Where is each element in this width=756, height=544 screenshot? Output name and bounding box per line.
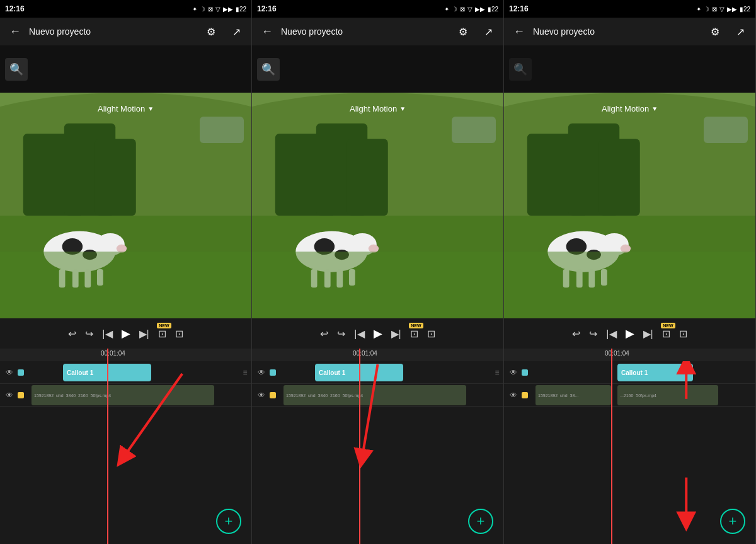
playhead-line-2 <box>359 361 360 544</box>
playhead-line-1 <box>107 361 108 544</box>
timeline-area-3: ↩ ↪ |◀ ▶ ▶| ⊡ NEW ⊡ 00:01:04 👁 <box>504 318 755 544</box>
back-button-3[interactable]: ← <box>510 23 528 40</box>
signal-bars: ▶▶ <box>223 6 233 13</box>
add-layer-button-2[interactable]: + <box>468 509 493 534</box>
video-clip-seg2-label-3: ...2160_50fps.mp4 <box>617 393 659 398</box>
alight-motion-text-3: Alight Motion <box>602 104 649 113</box>
skip-fwd-button-1[interactable]: ▶| <box>139 328 149 340</box>
track-visibility-video-1[interactable]: 👁 <box>4 390 15 401</box>
track-menu-callout-2[interactable]: ≡ <box>491 368 503 377</box>
track-content-video-3: 15921892_uhd_38... ...2160_50fps.mp4 <box>536 384 755 406</box>
export-button-2[interactable]: ↗ <box>479 23 497 40</box>
project-title-3: Nuevo proyecto <box>533 26 595 37</box>
back-button-1[interactable]: ← <box>6 23 24 40</box>
panel-3: 12:16 ✦ ☽ ⊠ ▽ ▶▶ ▮22 ← Nuevo proyecto ⚙ … <box>504 0 756 544</box>
zoom-icon-2: 🔍 <box>261 62 275 76</box>
wifi-icon: ▽ <box>215 6 220 13</box>
new-badge-1: NEW <box>157 323 171 328</box>
export-icon-2: ↗ <box>484 26 493 38</box>
zoom-icon-1: 🔍 <box>9 62 23 76</box>
track-content-callout-2: Callout 1 <box>284 361 491 383</box>
status-bar-1: 12:16 ✦ ☽ ⊠ ▽ ▶▶ ▮22 <box>0 0 251 18</box>
export-icon-3: ↗ <box>736 26 745 38</box>
export-button-3[interactable]: ↗ <box>731 23 749 40</box>
track-menu-callout-1[interactable]: ≡ <box>239 368 251 377</box>
zoom-button-2[interactable]: 🔍 <box>257 58 280 81</box>
crop-button2-1[interactable]: ⊡ <box>175 328 183 340</box>
status-bar-2: 12:16 ✦ ☽ ⊠ ▽ ▶▶ ▮22 <box>252 0 503 18</box>
playback-controls-2: ↩ ↪ |◀ ▶ ▶| ⊡ NEW ⊡ <box>252 318 503 349</box>
video-clip-seg1-3[interactable]: 15921892_uhd_38... <box>536 385 611 405</box>
track-dot-video-2 <box>270 392 276 398</box>
redo-button-2[interactable]: ↪ <box>337 328 345 340</box>
crop-button2-2[interactable]: ⊡ <box>427 328 435 340</box>
gear-icon-1: ⚙ <box>207 26 215 38</box>
preview-area-2: 🔍 <box>252 45 503 93</box>
track-visibility-callout-3[interactable]: 👁 <box>508 367 519 378</box>
signal-icon-3: ⊠ <box>712 6 717 13</box>
video-clip-seg2-3[interactable]: ...2160_50fps.mp4 <box>617 385 718 405</box>
signal-icon-2: ⊠ <box>460 6 465 13</box>
zoom-icon-3: 🔍 <box>513 62 527 76</box>
video-clip-label-2: 15921892_uhd_3840_2160_50fps.mp4 <box>284 393 365 398</box>
top-bar-right-2: ⚙ ↗ <box>454 23 497 40</box>
export-button-1[interactable]: ↗ <box>227 23 245 40</box>
track-row-callout-2: 👁 Callout 1 ≡ <box>252 361 503 384</box>
status-bar-3: 12:16 ✦ ☽ ⊠ ▽ ▶▶ ▮22 <box>504 0 755 18</box>
track-visibility-video-2[interactable]: 👁 <box>256 390 267 401</box>
skip-back-button-2[interactable]: |◀ <box>354 328 364 340</box>
new-badge-2: NEW <box>409 323 423 328</box>
battery-icon-2: ▮22 <box>488 6 498 13</box>
video-clip-2[interactable]: 15921892_uhd_3840_2160_50fps.mp4 <box>284 385 466 405</box>
top-bar-left-3: ← Nuevo proyecto <box>510 23 595 40</box>
track-visibility-callout-2[interactable]: 👁 <box>256 367 267 378</box>
undo-button-2[interactable]: ↩ <box>320 328 328 340</box>
play-button-1[interactable]: ▶ <box>122 327 130 340</box>
callout-overlay-2 <box>452 117 496 143</box>
settings-button-3[interactable]: ⚙ <box>706 23 724 40</box>
back-button-2[interactable]: ← <box>258 23 276 40</box>
track-visibility-callout-1[interactable]: 👁 <box>4 367 15 378</box>
zoom-button-1[interactable]: 🔍 <box>5 58 28 81</box>
gear-icon-2: ⚙ <box>459 26 467 38</box>
crop-button-2[interactable]: ⊡ NEW <box>410 328 418 340</box>
skip-back-button-3[interactable]: |◀ <box>606 328 616 340</box>
time-label-2: 00:01:04 <box>353 350 377 357</box>
crop-button-3[interactable]: ⊡ NEW <box>662 328 670 340</box>
playback-controls-1: ↩ ↪ |◀ ▶ ▶| ⊡ NEW ⊡ <box>0 318 251 349</box>
wifi-icon-2: ▽ <box>467 6 472 13</box>
video-clip-1[interactable]: 15921892_uhd_3840_2160_50fps.mp4 <box>32 385 214 405</box>
svg-rect-23 <box>347 139 388 216</box>
top-bar-right-3: ⚙ ↗ <box>706 23 749 40</box>
track-visibility-video-3[interactable]: 👁 <box>508 390 519 401</box>
add-layer-button-1[interactable]: + <box>216 509 241 534</box>
track-controls-callout-2: 👁 <box>252 367 284 378</box>
undo-button-3[interactable]: ↩ <box>572 328 580 340</box>
top-bar-1: ← Nuevo proyecto ⚙ ↗ <box>0 18 251 45</box>
redo-button-1[interactable]: ↪ <box>85 328 93 340</box>
crop-button-1[interactable]: ⊡ NEW <box>158 328 166 340</box>
track-controls-callout-1: 👁 <box>0 367 32 378</box>
skip-fwd-button-2[interactable]: ▶| <box>391 328 401 340</box>
crop-button2-3[interactable]: ⊡ <box>679 328 687 340</box>
top-bar-3: ← Nuevo proyecto ⚙ ↗ <box>504 18 755 45</box>
redo-button-3[interactable]: ↪ <box>589 328 597 340</box>
skip-back-button-1[interactable]: |◀ <box>102 328 112 340</box>
svg-point-44 <box>621 245 631 253</box>
track-controls-video-3: 👁 <box>504 390 536 401</box>
skip-fwd-button-3[interactable]: ▶| <box>643 328 653 340</box>
play-button-2[interactable]: ▶ <box>374 327 382 340</box>
callout-clip-3[interactable]: Callout 1 <box>617 364 693 381</box>
zoom-button-3[interactable]: 🔍 <box>509 58 532 81</box>
callout-label-3: Callout 1 <box>621 369 648 376</box>
play-button-3[interactable]: ▶ <box>626 327 634 340</box>
settings-button-2[interactable]: ⚙ <box>454 23 472 40</box>
settings-button-1[interactable]: ⚙ <box>202 23 220 40</box>
track-controls-callout-3: 👁 <box>504 367 536 378</box>
time-label-1: 00:01:04 <box>101 350 125 357</box>
undo-button-1[interactable]: ↩ <box>68 328 76 340</box>
playhead-line-3 <box>611 361 612 544</box>
add-layer-button-3[interactable]: + <box>720 509 745 534</box>
signal-bars-2: ▶▶ <box>475 6 485 13</box>
track-content-callout-3: Callout 1 <box>536 361 755 383</box>
